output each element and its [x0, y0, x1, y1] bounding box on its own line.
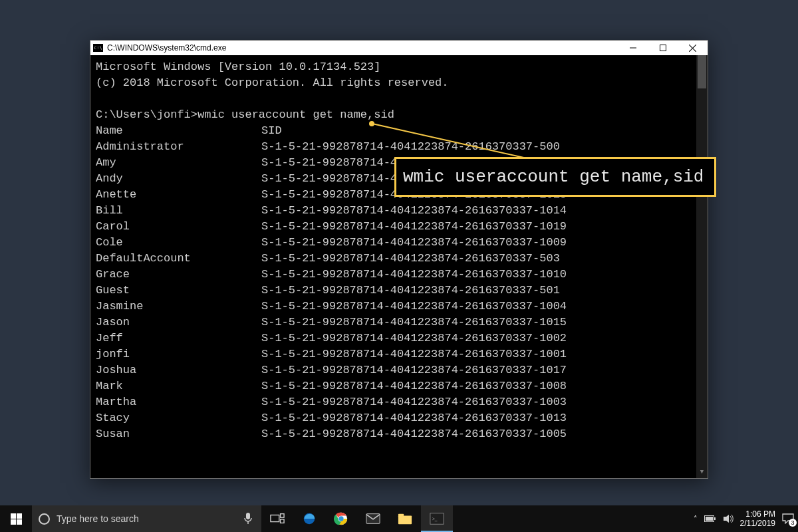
window-title: C:\WINDOWS\system32\cmd.exe: [107, 43, 226, 53]
microphone-icon: [243, 513, 253, 525]
scroll-thumb[interactable]: [698, 55, 706, 88]
cell-sid: S-1-5-21-992878714-4041223874-2616370337…: [261, 362, 567, 378]
cortana-circle-icon: [39, 513, 50, 525]
svg-rect-8: [17, 519, 22, 525]
svg-rect-9: [246, 513, 250, 519]
table-row: GuestS-1-5-21-992878714-4041223874-26163…: [96, 283, 708, 299]
prompt-line: C:\Users\jonfi>wmic useraccount get name…: [96, 107, 708, 123]
header-name: Name: [96, 123, 261, 139]
table-row: CarolS-1-5-21-992878714-4041223874-26163…: [96, 219, 708, 235]
table-row: GraceS-1-5-21-992878714-4041223874-26163…: [96, 267, 708, 283]
volume-icon[interactable]: [723, 514, 733, 523]
clock[interactable]: 1:06 PM 2/11/2019: [740, 509, 775, 528]
cell-name: Martha: [96, 394, 261, 410]
callout-text: wmic useraccount get name,sid: [403, 167, 704, 187]
cell-sid: S-1-5-21-992878714-4041223874-2616370337…: [261, 235, 567, 251]
entered-command: wmic useraccount get name,sid: [198, 108, 394, 121]
svg-rect-13: [281, 519, 285, 523]
cell-name: Anette: [96, 187, 261, 203]
cell-name: DefaultAccount: [96, 251, 261, 267]
svg-rect-23: [714, 517, 716, 520]
cell-sid: S-1-5-21-992878714-4041223874-2616370337…: [261, 346, 567, 362]
svg-rect-19: [398, 514, 404, 517]
mic-button[interactable]: [235, 505, 261, 532]
table-row: JasmineS-1-5-21-992878714-4041223874-261…: [96, 299, 708, 315]
scroll-down-arrow-icon[interactable]: ▼: [696, 467, 708, 478]
search-box[interactable]: Type here to search: [32, 505, 235, 532]
cell-sid: S-1-5-21-992878714-4041223874-2616370337…: [261, 378, 567, 394]
output-header: Name SID: [96, 123, 708, 139]
cell-sid: S-1-5-21-992878714-4041223874-2616370337…: [261, 331, 567, 346]
prompt: C:\Users\jonfi>: [96, 108, 198, 121]
cell-name: jonfi: [96, 346, 261, 362]
svg-rect-7: [11, 519, 16, 525]
table-row: MarthaS-1-5-21-992878714-4041223874-2616…: [96, 394, 708, 410]
system-tray: ˄ 1:06 PM 2/11/2019 3: [687, 505, 798, 532]
svg-rect-6: [17, 513, 22, 519]
svg-rect-1: [660, 45, 666, 51]
callout-dot-icon: [369, 121, 374, 126]
table-row: StacyS-1-5-21-992878714-4041223874-26163…: [96, 410, 708, 426]
table-row: jonfiS-1-5-21-992878714-4041223874-26163…: [96, 346, 708, 362]
titlebar[interactable]: C:\WINDOWS\system32\cmd.exe: [90, 41, 708, 55]
taskbar-app-cmd[interactable]: >_: [421, 505, 453, 532]
action-center-button[interactable]: 3: [782, 513, 794, 524]
table-row: BillS-1-5-21-992878714-4041223874-261637…: [96, 203, 708, 219]
edge-icon: [302, 511, 317, 526]
mail-icon: [366, 511, 380, 526]
cell-name: Grace: [96, 267, 261, 283]
clock-date: 2/11/2019: [740, 519, 775, 528]
banner-line-1: Microsoft Windows [Version 10.0.17134.52…: [96, 59, 708, 75]
taskbar-app-chrome[interactable]: [325, 505, 357, 532]
start-button[interactable]: [0, 505, 32, 532]
cmd-taskbar-icon: >_: [430, 511, 444, 526]
cell-name: Amy: [96, 155, 261, 171]
cell-name: Guest: [96, 283, 261, 299]
svg-rect-17: [366, 514, 380, 524]
battery-icon[interactable]: [704, 514, 716, 523]
cell-name: Administrator: [96, 139, 261, 155]
callout-box: wmic useraccount get name,sid: [394, 157, 716, 197]
svg-rect-24: [706, 517, 713, 521]
cell-name: Carol: [96, 219, 261, 235]
cmd-icon: [93, 44, 103, 52]
cell-sid: S-1-5-21-992878714-4041223874-2616370337…: [261, 203, 567, 219]
table-row: JeffS-1-5-21-992878714-4041223874-261637…: [96, 331, 708, 346]
terminal-body[interactable]: Microsoft Windows [Version 10.0.17134.52…: [90, 55, 708, 478]
svg-marker-25: [724, 515, 729, 523]
blank-line: [96, 91, 708, 107]
svg-text:>_: >_: [432, 516, 438, 522]
maximize-button[interactable]: [648, 41, 678, 55]
vertical-scrollbar[interactable]: ▲ ▼: [696, 55, 708, 478]
cell-name: Joshua: [96, 362, 261, 378]
svg-rect-5: [11, 513, 16, 519]
table-row: JasonS-1-5-21-992878714-4041223874-26163…: [96, 315, 708, 331]
cell-sid: S-1-5-21-992878714-4041223874-2616370337…: [261, 394, 567, 410]
close-button[interactable]: [678, 41, 708, 55]
cell-name: Jeff: [96, 331, 261, 346]
svg-rect-11: [271, 515, 279, 522]
taskbar: Type here to search: [0, 505, 798, 532]
svg-point-16: [338, 516, 343, 521]
table-row: MarkS-1-5-21-992878714-4041223874-261637…: [96, 378, 708, 394]
taskbar-app-mail[interactable]: [357, 505, 389, 532]
windows-logo-icon: [11, 513, 22, 525]
cell-name: Mark: [96, 378, 261, 394]
table-row: JoshuaS-1-5-21-992878714-4041223874-2616…: [96, 362, 708, 378]
cell-sid: S-1-5-21-992878714-4041223874-2616370337…: [261, 410, 567, 426]
cell-name: Cole: [96, 235, 261, 251]
cell-name: Jasmine: [96, 299, 261, 315]
cell-sid: S-1-5-21-992878714-4041223874-2616370337…: [261, 283, 560, 299]
notification-badge: 3: [789, 519, 797, 527]
task-view-button[interactable]: [261, 505, 293, 532]
tray-overflow-button[interactable]: ˄: [694, 515, 698, 523]
clock-time: 1:06 PM: [740, 509, 775, 519]
cmd-window: C:\WINDOWS\system32\cmd.exe Microsoft Wi…: [90, 40, 708, 479]
minimize-button[interactable]: [618, 41, 648, 55]
cell-sid: S-1-5-21-992878714-4041223874-2616370337…: [261, 299, 567, 315]
chrome-icon: [334, 511, 348, 526]
taskbar-app-file-explorer[interactable]: [389, 505, 421, 532]
banner-line-2: (c) 2018 Microsoft Corporation. All righ…: [96, 75, 708, 91]
taskbar-app-edge[interactable]: [293, 505, 325, 532]
svg-rect-12: [281, 514, 285, 518]
